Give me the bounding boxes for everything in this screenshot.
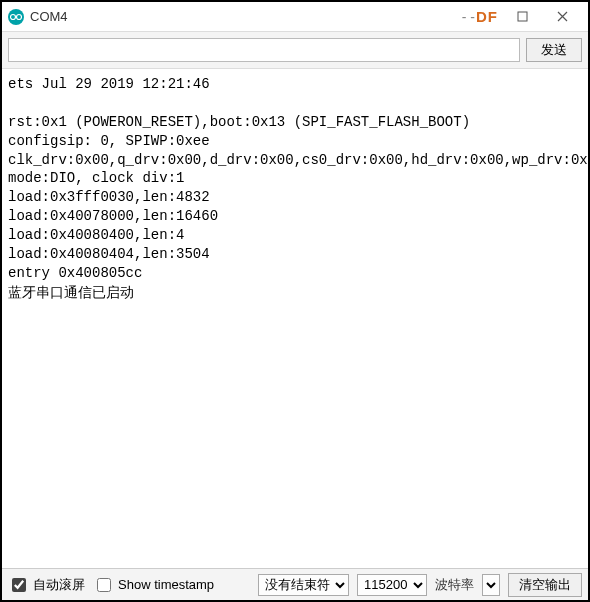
send-row: 发送 [2, 32, 588, 69]
arduino-icon [8, 9, 24, 25]
show-timestamp-checkbox-input[interactable] [97, 578, 111, 592]
maximize-button[interactable] [502, 3, 542, 31]
send-button[interactable]: 发送 [526, 38, 582, 62]
statusbar: 自动滚屏 Show timestamp 没有结束符 115200 波特率 清空输… [2, 568, 588, 600]
svg-rect-2 [518, 12, 527, 21]
svg-point-1 [17, 14, 22, 19]
autoscroll-checkbox-input[interactable] [12, 578, 26, 592]
show-timestamp-checkbox[interactable]: Show timestamp [93, 575, 214, 595]
watermark-prefix: - - [462, 9, 475, 25]
baud-select[interactable]: 115200 [357, 574, 427, 596]
console-output[interactable]: ets Jul 29 2019 12:21:46 rst:0x1 (POWERO… [2, 69, 588, 568]
clear-output-button[interactable]: 清空输出 [508, 573, 582, 597]
autoscroll-checkbox[interactable]: 自动滚屏 [8, 575, 85, 595]
baud-extra-select[interactable] [482, 574, 500, 596]
line-ending-select[interactable]: 没有结束符 [258, 574, 349, 596]
send-input[interactable] [8, 38, 520, 62]
show-timestamp-label: Show timestamp [118, 577, 214, 592]
serial-monitor-window: COM4 - - DF 发送 ets Jul 29 2019 12:21:46 … [0, 0, 590, 602]
window-title: COM4 [30, 9, 68, 24]
svg-point-0 [11, 14, 16, 19]
baud-suffix-label: 波特率 [435, 576, 474, 594]
titlebar: COM4 - - DF [2, 2, 588, 32]
watermark: DF [476, 8, 498, 25]
autoscroll-label: 自动滚屏 [33, 576, 85, 594]
console-cjk-line: 蓝牙串口通信已启动 [8, 283, 582, 302]
close-button[interactable] [542, 3, 582, 31]
